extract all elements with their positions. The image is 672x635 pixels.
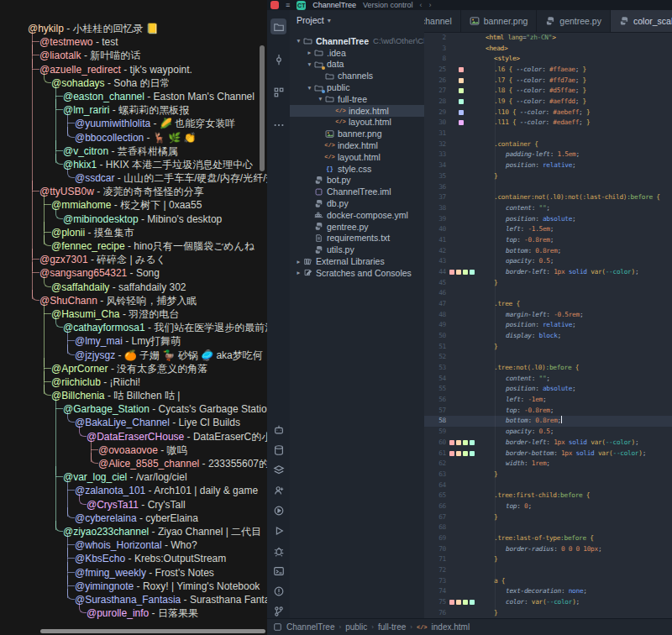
project-item-index-html[interactable]: </>index.html bbox=[290, 105, 424, 117]
color-swatch[interactable] bbox=[463, 600, 468, 605]
line-number[interactable]: 55 bbox=[424, 384, 446, 395]
line-number[interactable]: 59 bbox=[424, 427, 446, 438]
line-number[interactable]: 69 bbox=[424, 533, 446, 544]
chevron-right-icon[interactable]: ▸ bbox=[295, 269, 302, 276]
line-number[interactable]: 53 bbox=[424, 363, 446, 374]
more-icon[interactable] bbox=[270, 117, 286, 133]
code-line-47[interactable]: 47.tree { bbox=[424, 299, 672, 310]
code-line-65[interactable]: 65.tree:first-child:before { bbox=[424, 491, 672, 501]
code-line-57[interactable]: 57top: -0.8rem; bbox=[424, 406, 672, 417]
project-name[interactable]: ChannelTree bbox=[312, 1, 356, 9]
code-line-69[interactable]: 69.tree:last-of-type:before { bbox=[424, 533, 672, 544]
channel-link[interactable]: @CrysTa11 bbox=[87, 499, 139, 511]
line-number[interactable]: 26 bbox=[424, 76, 446, 87]
line-number[interactable]: 54 bbox=[424, 374, 446, 385]
project-item-db-py[interactable]: db.py bbox=[290, 197, 424, 209]
breadcrumb-item[interactable]: index.html bbox=[432, 622, 470, 632]
line-number[interactable]: 41 bbox=[424, 235, 446, 246]
line-number[interactable]: 65 bbox=[424, 491, 446, 501]
line-number[interactable]: 33 bbox=[424, 150, 446, 160]
line-number[interactable]: 39 bbox=[424, 214, 446, 225]
project-item-channels[interactable]: channels bbox=[290, 70, 424, 81]
code-line-51[interactable]: 51} bbox=[424, 342, 672, 353]
chevron-right-icon[interactable]: ▸ bbox=[306, 49, 313, 56]
code-line-29[interactable]: 29.l10 { --color: #aebeff; } bbox=[424, 108, 672, 118]
line-number[interactable]: 70 bbox=[424, 544, 446, 555]
code-line-66[interactable]: 66top: 0; bbox=[424, 501, 672, 512]
code-line-67[interactable]: 67} bbox=[424, 512, 672, 523]
code-line-63[interactable]: 63} bbox=[424, 470, 672, 480]
line-number[interactable]: 57 bbox=[424, 406, 446, 417]
code-line-62[interactable]: 62width: 1rem; bbox=[424, 459, 672, 470]
color-swatch[interactable] bbox=[449, 440, 454, 445]
code-line-74[interactable]: 74text-decoration: none; bbox=[424, 586, 672, 597]
channel-link[interactable]: @Surasthana_Fantasia bbox=[75, 594, 181, 606]
code-line-38[interactable]: 38content: ""; bbox=[424, 203, 672, 214]
line-number[interactable]: 56 bbox=[424, 395, 446, 406]
code-line-35[interactable]: 35} bbox=[424, 171, 672, 182]
color-swatch[interactable] bbox=[456, 440, 461, 445]
code-line-75[interactable]: 75color: var(--color); bbox=[424, 597, 672, 608]
code-line-71[interactable]: 71} bbox=[424, 554, 672, 565]
color-swatch[interactable] bbox=[456, 600, 461, 605]
code-line-55[interactable]: 55position: absolute; bbox=[424, 384, 672, 395]
line-number[interactable]: 71 bbox=[424, 554, 446, 565]
channel-link[interactable]: @Garbage_Station bbox=[63, 403, 150, 415]
code-line-50[interactable]: 50display: block; bbox=[424, 331, 672, 342]
project-item-utils-py[interactable]: utils.py bbox=[290, 244, 424, 255]
channel-link[interactable]: @yuumiwithlolita bbox=[75, 118, 150, 129]
breadcrumb-item[interactable]: public bbox=[345, 622, 367, 632]
channel-link[interactable]: @yimingnote bbox=[75, 580, 134, 592]
line-number[interactable]: 66 bbox=[424, 501, 446, 512]
line-number[interactable]: 50 bbox=[424, 331, 446, 342]
terminal-icon[interactable] bbox=[270, 563, 286, 579]
project-item-external-libraries[interactable]: ▸External Libraries bbox=[290, 255, 424, 267]
channel-link[interactable]: @lmy_mai bbox=[75, 335, 123, 347]
line-number[interactable]: 36 bbox=[424, 182, 446, 193]
line-number[interactable]: 38 bbox=[424, 203, 446, 214]
page-vertical-scrollbar[interactable] bbox=[260, 45, 265, 171]
line-number[interactable]: 48 bbox=[424, 310, 446, 321]
color-swatch[interactable] bbox=[463, 440, 468, 445]
line-number[interactable]: 58 bbox=[424, 416, 446, 427]
channel-link[interactable]: @saffahdaily bbox=[51, 281, 109, 293]
page-horizontal-scrollbar[interactable] bbox=[40, 629, 265, 633]
project-item-requirements-txt[interactable]: requirements.txt bbox=[290, 233, 424, 244]
project-item-bot-py[interactable]: bot.py bbox=[290, 175, 424, 186]
run-icon[interactable] bbox=[270, 522, 286, 538]
line-number[interactable]: 42 bbox=[424, 246, 446, 257]
code-line-37[interactable]: 37.container:not(.l0):not(:last-child):b… bbox=[424, 192, 672, 203]
breadcrumb-item[interactable]: ChannelTree bbox=[286, 622, 334, 632]
project-item-data[interactable]: ▾data bbox=[290, 59, 424, 71]
color-swatch[interactable] bbox=[449, 451, 454, 456]
color-swatch[interactable] bbox=[459, 78, 464, 83]
code-line-8[interactable]: 8<style> bbox=[424, 54, 672, 65]
line-number[interactable]: 64 bbox=[424, 480, 446, 491]
run-configs-icon[interactable] bbox=[270, 502, 286, 518]
chevron-down-icon[interactable]: ▾ bbox=[306, 60, 313, 68]
line-number[interactable]: 74 bbox=[424, 586, 446, 597]
chevron-down-icon[interactable]: ▾ bbox=[295, 37, 302, 45]
code-line-56[interactable]: 56left: -1em; bbox=[424, 395, 672, 406]
line-number[interactable]: 2 bbox=[424, 33, 446, 44]
line-number[interactable]: 73 bbox=[424, 576, 446, 587]
code-line-60[interactable]: 60border-left: 1px solid var(--color); bbox=[424, 438, 672, 449]
color-swatch[interactable] bbox=[456, 451, 461, 456]
channel-link[interactable]: @riichiclub bbox=[51, 376, 101, 388]
project-item-style-css[interactable]: {}style.css bbox=[290, 163, 424, 175]
debug-icon[interactable] bbox=[270, 543, 286, 559]
channel-link[interactable]: @liaotalk bbox=[39, 50, 81, 61]
color-swatch[interactable] bbox=[470, 270, 475, 275]
channel-link[interactable]: @fming_weekly bbox=[75, 567, 146, 579]
code-line-28[interactable]: 28.l9 { --color: #aeffdd; } bbox=[424, 97, 672, 108]
main-menu-icon[interactable]: ≡ bbox=[286, 1, 290, 9]
line-number[interactable]: 8 bbox=[424, 54, 446, 65]
line-number[interactable]: 51 bbox=[424, 342, 446, 353]
color-swatch[interactable] bbox=[470, 440, 475, 445]
code-line-70[interactable]: 70border-radius: 0 0 0 10px; bbox=[424, 544, 672, 555]
code-line-61[interactable]: 61border-bottom: 1px solid var(--color); bbox=[424, 449, 672, 459]
channel-link[interactable]: @sangsang654321 bbox=[39, 267, 127, 279]
project-item-full-tree[interactable]: ▾full-tree bbox=[290, 93, 424, 105]
color-swatch[interactable] bbox=[449, 270, 454, 275]
code-line-59[interactable]: 59opacity: 0.5; bbox=[424, 427, 672, 438]
